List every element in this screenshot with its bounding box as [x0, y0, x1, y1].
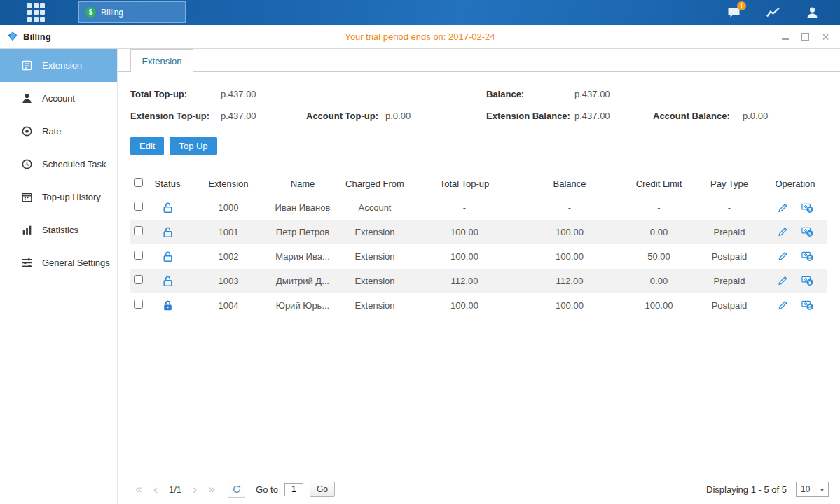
next-page-icon[interactable] [186, 481, 203, 498]
cell-charged-from: Extension [338, 269, 412, 293]
extensions-table: Status Extension Name Charged From Total… [130, 172, 827, 318]
row-checkbox[interactable] [134, 300, 143, 309]
edit-icon[interactable] [777, 251, 789, 262]
pagination-bar: 1/1 Go to Go Displaying 1 - 5 of 5 10 [130, 480, 829, 498]
page-size-select[interactable]: 10 [796, 482, 829, 497]
tab-extension[interactable]: Extension [130, 49, 193, 72]
cell-credit-limit: 50.00 [622, 244, 696, 269]
prev-page-icon[interactable] [147, 481, 164, 498]
window-title: Billing [23, 31, 51, 42]
messages-button[interactable]: ! [725, 5, 742, 20]
minimize-icon[interactable] [780, 32, 790, 41]
sidebar-item-extension[interactable]: Extension [0, 49, 117, 82]
main-panel: Extension Total Top-up: p.437.00 Balance… [118, 49, 840, 504]
sidebar-item-scheduled-task[interactable]: Scheduled Task [0, 148, 117, 181]
table-row[interactable]: 1002 Мария Ива... Extension 100.00 100.0… [130, 244, 827, 269]
col-status: Status [146, 172, 189, 195]
extension-balance-label: Extension Balance: [486, 111, 570, 121]
sidebar-item-label: General Settings [42, 258, 110, 268]
topup-icon[interactable] [801, 226, 813, 237]
cell-name: Мария Ива... [268, 244, 338, 269]
cell-balance: 100.00 [517, 293, 622, 318]
statistics-monitor-button[interactable] [764, 5, 781, 20]
cell-extension: 1002 [189, 244, 268, 269]
first-page-icon[interactable] [130, 481, 147, 498]
row-checkbox[interactable] [134, 251, 143, 260]
sidebar-item-label: Top-up History [42, 192, 101, 202]
page-size-value: 10 [801, 484, 810, 494]
balance-label: Balance: [486, 89, 524, 99]
cell-total-topup: 112.00 [412, 269, 517, 293]
edit-icon[interactable] [777, 275, 789, 286]
cell-total-topup: - [412, 195, 517, 220]
table-row[interactable]: 1004 Юрий Юрь... Extension 100.00 100.00… [130, 293, 827, 318]
sidebar-item-statistics[interactable]: Statistics [0, 214, 117, 246]
row-checkbox[interactable] [134, 275, 143, 284]
maximize-icon[interactable] [801, 32, 810, 41]
lock-status-icon [162, 251, 174, 262]
col-credit-limit: Credit Limit [622, 172, 696, 195]
rate-icon [21, 125, 33, 137]
sidebar-item-account[interactable]: Account [0, 82, 117, 115]
sidebar-item-label: Statistics [42, 225, 78, 235]
cell-extension: 1000 [189, 195, 268, 220]
chevron-down-icon [820, 484, 824, 494]
topup-button[interactable]: Top Up [170, 136, 216, 155]
topup-icon[interactable] [801, 275, 813, 286]
cell-charged-from: Extension [338, 293, 412, 318]
total-topup-label: Total Top-up: [130, 89, 187, 99]
edit-icon[interactable] [777, 300, 789, 311]
edit-icon[interactable] [777, 202, 789, 214]
col-pay-type: Pay Type [696, 172, 763, 195]
close-icon[interactable] [821, 32, 830, 41]
account-balance-value: p.0.00 [743, 111, 768, 121]
cell-balance: 112.00 [517, 269, 622, 293]
goto-page-input[interactable] [284, 483, 303, 496]
sidebar-item-topup-history[interactable]: Top-up History [0, 181, 117, 214]
cell-credit-limit: - [622, 195, 696, 220]
edit-icon[interactable] [777, 226, 789, 237]
apps-menu-button[interactable] [27, 4, 45, 22]
table-row[interactable]: 1000 Иван Иванов Account - - - - [130, 195, 827, 220]
table-row[interactable]: 1003 Дмитрий Д... Extension 112.00 112.0… [130, 269, 827, 293]
sidebar-item-label: Extension [42, 60, 82, 71]
sidebar-item-label: Scheduled Task [42, 159, 106, 169]
billing-app-tab[interactable]: Billing [78, 1, 186, 23]
account-topup-label: Account Top-up: [306, 111, 378, 121]
sidebar-item-label: Rate [42, 126, 61, 136]
balance-value: p.437.00 [574, 89, 610, 99]
edit-button[interactable]: Edit [130, 136, 164, 155]
refresh-icon[interactable] [228, 482, 245, 498]
topup-icon[interactable] [801, 300, 813, 311]
cell-balance: - [517, 195, 622, 220]
topbar: Billing ! [0, 0, 840, 24]
person-icon [21, 92, 33, 104]
table-row[interactable]: 1001 Петр Петров Extension 100.00 100.00… [130, 220, 827, 244]
cell-name: Юрий Юрь... [268, 293, 338, 318]
tab-bar: Extension [118, 49, 840, 72]
cell-credit-limit: 0.00 [622, 269, 696, 293]
sidebar-item-general-settings[interactable]: General Settings [0, 246, 117, 279]
billing-tab-label: Billing [101, 8, 123, 18]
page-indicator: 1/1 [169, 484, 181, 495]
user-account-button[interactable] [804, 5, 820, 20]
cell-pay-type: Postpaid [696, 244, 763, 269]
notification-badge: ! [737, 1, 746, 10]
sidebar-item-rate[interactable]: Rate [0, 115, 117, 148]
last-page-icon[interactable] [203, 481, 220, 498]
titlebar: Billing Your trial period ends on: 2017-… [0, 24, 840, 49]
goto-label: Go to [256, 484, 278, 495]
cell-pay-type: Prepaid [696, 220, 763, 244]
cell-extension: 1004 [189, 293, 268, 318]
topup-icon[interactable] [801, 202, 813, 214]
lock-status-icon [162, 226, 174, 238]
topup-icon[interactable] [801, 251, 813, 262]
cell-name: Петр Петров [268, 220, 338, 244]
row-checkbox[interactable] [134, 202, 143, 211]
row-checkbox[interactable] [134, 226, 143, 235]
cell-extension: 1003 [189, 269, 268, 293]
select-all-checkbox[interactable] [134, 178, 143, 187]
topbar-actions: ! [725, 0, 820, 24]
go-button[interactable]: Go [310, 482, 335, 497]
cell-extension: 1001 [189, 220, 268, 244]
